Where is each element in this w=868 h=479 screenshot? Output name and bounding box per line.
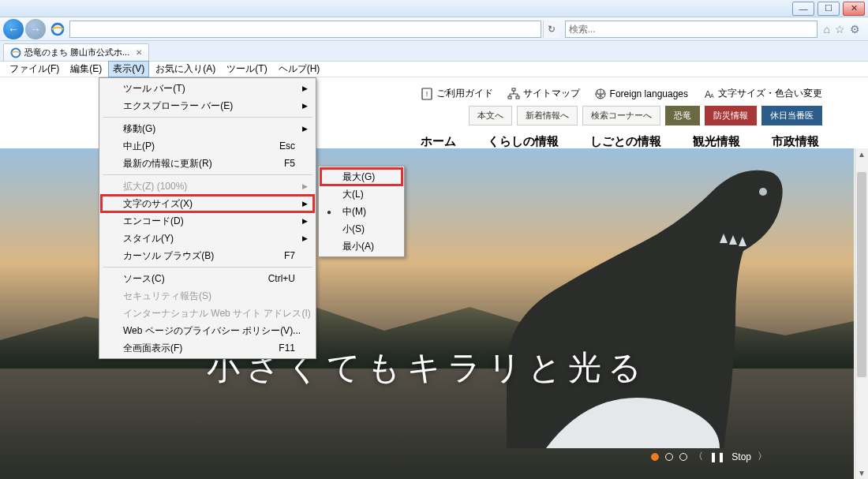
menu-separator	[103, 174, 312, 175]
browser-tab[interactable]: 恐竜のまち 勝山市公式ホ... ✕	[3, 43, 149, 61]
vertical-scrollbar[interactable]: ▲ ▼	[855, 148, 868, 479]
browser-search-box[interactable]	[565, 21, 817, 38]
tab-strip: 恐竜のまち 勝山市公式ホ... ✕	[0, 41, 868, 62]
browser-search-input[interactable]	[566, 24, 817, 35]
menu-favorites[interactable]: お気に入り(A)	[151, 61, 220, 77]
menu-goto[interactable]: 移動(G) ▶	[101, 120, 314, 137]
tools-icon[interactable]: ⚙	[850, 23, 860, 36]
navbar-right-icons: ⌂ ☆ ⚙	[819, 23, 865, 36]
menu-intl-address-label: インターナショナル Web サイト アドレス(I)	[123, 307, 311, 320]
carousel-dot-2[interactable]	[665, 453, 673, 461]
menu-style-label: スタイル(Y)	[123, 232, 174, 245]
tab-close-button[interactable]: ✕	[136, 48, 142, 57]
menu-caret-browse[interactable]: カーソル ブラウズ(B) F7	[101, 247, 314, 264]
menu-refresh[interactable]: 最新の情報に更新(R) F5	[101, 155, 314, 172]
carousel-dot-3[interactable]	[679, 453, 687, 461]
dinosaur-silhouette	[459, 148, 791, 448]
util-guide[interactable]: ! ご利用ガイド	[421, 87, 493, 100]
menu-explorer-bar-label: エクスプローラー バー(E)	[123, 99, 233, 113]
ie-logo-icon	[51, 22, 65, 36]
nav-refresh-button[interactable]: ↻	[543, 21, 560, 38]
quick-search[interactable]: 検索コーナーへ	[582, 106, 660, 125]
util-textsettings[interactable]: AA 文字サイズ・色合い変更	[702, 87, 822, 100]
menu-source-label: ソース(C)	[123, 272, 165, 286]
submenu-arrow-icon: ▶	[302, 217, 308, 225]
util-foreign-label: Foreign languages	[610, 88, 688, 99]
menu-encoding-label: エンコード(D)	[123, 215, 184, 228]
menu-toolbars[interactable]: ツール バー(T) ▶	[101, 80, 314, 97]
menu-fullscreen-accel: F11	[279, 342, 295, 354]
menu-source[interactable]: ソース(C) Ctrl+U	[101, 270, 314, 287]
menu-explorer-bar[interactable]: エクスプローラー バー(E) ▶	[101, 97, 314, 114]
menu-tools[interactable]: ツール(T)	[222, 61, 271, 77]
menu-privacy-policy-label: Web ページのプライバシー ポリシー(V)...	[123, 324, 301, 338]
menu-stop-label: 中止(P)	[123, 140, 155, 153]
textsize-medium[interactable]: ● 中(M)	[320, 203, 402, 220]
menu-style[interactable]: スタイル(Y) ▶	[101, 230, 314, 247]
textsize-large[interactable]: 大(L)	[320, 185, 402, 203]
menu-intl-address[interactable]: インターナショナル Web サイト アドレス(I)	[101, 305, 314, 322]
menu-help[interactable]: ヘルプ(H)	[274, 61, 325, 77]
carousel-next-button[interactable]: 〉	[758, 450, 767, 463]
menu-encoding[interactable]: エンコード(D) ▶	[101, 212, 314, 230]
menu-toolbars-label: ツール バー(T)	[123, 82, 185, 95]
menu-separator	[103, 117, 312, 118]
svg-point-0	[52, 24, 63, 35]
window-minimize-button[interactable]: —	[792, 2, 814, 16]
menu-view[interactable]: 表示(V)	[108, 61, 149, 77]
svg-rect-6	[516, 96, 519, 99]
carousel-dot-1[interactable]	[651, 453, 659, 461]
util-sitemap-label: サイトマップ	[523, 87, 580, 100]
textsize-smallest[interactable]: 最小(A)	[320, 238, 402, 255]
submenu-arrow-icon: ▶	[302, 102, 308, 110]
browser-navbar: ← → ↻ ⌂ ☆ ⚙	[0, 17, 868, 41]
menu-security-report[interactable]: セキュリティ報告(S)	[101, 287, 314, 305]
textsize-large-label: 大(L)	[342, 188, 364, 201]
menu-textsize[interactable]: 文字のサイズ(X) ▶	[101, 195, 314, 212]
nav-back-button[interactable]: ←	[3, 19, 24, 39]
sitemap-icon	[507, 88, 520, 100]
textsize-small[interactable]: 小(S)	[320, 220, 402, 238]
scroll-down-button[interactable]: ▼	[855, 467, 868, 479]
menu-caret-accel: F7	[284, 250, 295, 261]
menu-goto-label: 移動(G)	[123, 122, 155, 136]
scroll-up-button[interactable]: ▲	[855, 148, 868, 160]
quick-body[interactable]: 本文へ	[469, 106, 512, 125]
carousel-controls: 〈 ❚❚ Stop 〉	[651, 450, 767, 463]
menu-fullscreen[interactable]: 全画面表示(F) F11	[101, 339, 314, 357]
quick-medical[interactable]: 休日当番医	[761, 106, 822, 125]
svg-point-1	[12, 48, 21, 57]
window-maximize-button[interactable]: ☐	[817, 2, 840, 16]
textsize-largest[interactable]: 最大(G)	[320, 168, 402, 185]
carousel-pause-button[interactable]: ❚❚	[709, 451, 725, 462]
quick-disaster[interactable]: 防災情報	[705, 106, 757, 125]
quick-news[interactable]: 新着情報へ	[517, 106, 578, 125]
menu-stop[interactable]: 中止(P) Esc	[101, 137, 314, 155]
util-sitemap[interactable]: サイトマップ	[507, 87, 580, 100]
svg-rect-4	[512, 88, 515, 91]
tab-favicon-icon	[10, 47, 21, 58]
quick-dinosaur[interactable]: 恐竜	[665, 106, 700, 125]
menu-zoom[interactable]: 拡大(Z) (100%) ▶	[101, 178, 314, 195]
nav-forward-button[interactable]: →	[25, 19, 46, 39]
favorites-icon[interactable]: ☆	[835, 23, 845, 36]
view-menu-dropdown: ツール バー(T) ▶ エクスプローラー バー(E) ▶ 移動(G) ▶ 中止(…	[99, 77, 316, 359]
scroll-thumb[interactable]	[857, 172, 866, 377]
window-close-button[interactable]: ✕	[843, 2, 865, 16]
address-bar[interactable]	[69, 21, 541, 38]
textsize-smallest-label: 最小(A)	[342, 240, 374, 253]
util-foreign[interactable]: Foreign languages	[594, 87, 688, 100]
menu-separator	[103, 267, 312, 268]
address-input[interactable]	[70, 24, 541, 35]
home-icon[interactable]: ⌂	[824, 23, 830, 36]
menu-edit[interactable]: 編集(E)	[65, 61, 107, 77]
textsize-submenu: 最大(G) 大(L) ● 中(M) 小(S) 最小(A)	[318, 166, 405, 257]
menu-privacy-policy[interactable]: Web ページのプライバシー ポリシー(V)...	[101, 322, 314, 339]
globe-icon	[594, 88, 607, 100]
carousel-prev-button[interactable]: 〈	[694, 450, 703, 463]
menu-source-accel: Ctrl+U	[268, 273, 295, 284]
menu-file[interactable]: ファイル(F)	[5, 61, 64, 77]
submenu-arrow-icon: ▶	[302, 200, 308, 208]
carousel-stop-button[interactable]: Stop	[731, 451, 751, 462]
textsize-largest-label: 最大(G)	[342, 170, 375, 184]
